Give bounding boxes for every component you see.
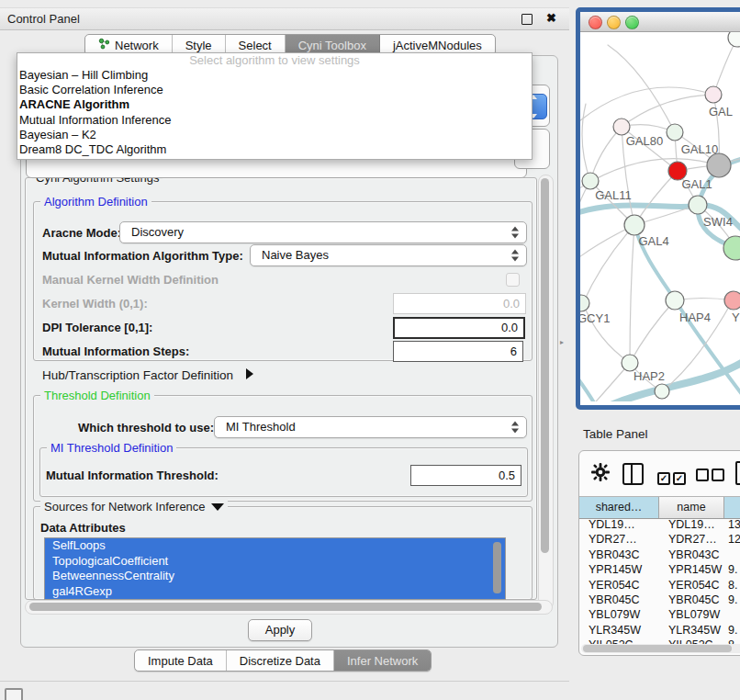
- table-cell: [724, 607, 740, 622]
- chevron-right-icon: [246, 368, 253, 379]
- float-panel-icon[interactable]: [521, 14, 533, 25]
- table-row[interactable]: YDR27…YDR27…12: [579, 532, 740, 547]
- tab-impute-data[interactable]: Impute Data: [135, 650, 227, 671]
- network-node[interactable]: [723, 236, 740, 260]
- scrollbar-thumb[interactable]: [541, 178, 549, 553]
- mi-algorithm-type-select[interactable]: Naive Bayes: [250, 244, 527, 266]
- algorithm-option[interactable]: Basic Correlation Inference: [17, 83, 532, 97]
- splitter-handle[interactable]: ▸: [560, 338, 564, 346]
- tab-label: Style: [185, 39, 212, 52]
- zoom-window-icon[interactable]: [625, 16, 639, 29]
- table-row[interactable]: YPR145WYPR145W9.: [579, 562, 740, 577]
- split-table-icon[interactable]: [622, 463, 644, 485]
- tab-label: Impute Data: [148, 654, 213, 668]
- network-node[interactable]: [624, 215, 645, 235]
- scrollbar-thumb[interactable]: [583, 645, 732, 652]
- collapsed-panel-icon[interactable]: [5, 688, 23, 700]
- table-row[interactable]: YBR045CYBR045C9.: [579, 593, 740, 607]
- list-scrollbar-thumb[interactable]: [493, 542, 501, 593]
- close-icon[interactable]: ✖: [546, 11, 556, 25]
- table-row[interactable]: YLR345WYLR345W9.: [579, 623, 740, 638]
- network-edge: [580, 87, 713, 133]
- aracne-mode-select[interactable]: Discovery: [119, 221, 527, 243]
- table-row[interactable]: YBR043CYBR043C: [579, 548, 740, 562]
- column-header-name[interactable]: name: [659, 497, 724, 518]
- attribute-item[interactable]: SelfLoops: [45, 538, 505, 554]
- table-cell: YBR045C: [579, 593, 659, 607]
- which-threshold-select[interactable]: MI Threshold: [214, 416, 527, 438]
- network-node[interactable]: [724, 291, 740, 310]
- network-node[interactable]: [580, 295, 589, 311]
- network-node[interactable]: [705, 86, 722, 103]
- new-table-icon[interactable]: [735, 461, 740, 485]
- table-cell: YLR345W: [659, 623, 724, 638]
- table-cell: YDR27…: [579, 532, 659, 547]
- hub-definition-toggle[interactable]: Hub/Transcription Factor Definition: [42, 368, 253, 382]
- node-label: GAL: [709, 105, 733, 119]
- select-all-icon[interactable]: ✓✓: [657, 469, 689, 485]
- table-row[interactable]: YDL19…YDL19…13: [579, 517, 740, 532]
- algorithm-option[interactable]: Bayesian – Hill Climbing: [17, 68, 532, 83]
- apply-button[interactable]: Apply: [248, 619, 312, 641]
- tab-label: jActiveMNodules: [393, 39, 482, 52]
- table-horizontal-scrollbar[interactable]: [581, 644, 740, 653]
- algorithm-option[interactable]: Mutual Information Inference: [17, 113, 532, 128]
- mi-threshold-label: Mutual Information Threshold:: [46, 469, 219, 482]
- network-node[interactable]: [667, 124, 683, 141]
- network-canvas[interactable]: GALGAL80GAL10GAL1GAL11SWI4GAL4GCY1HAP4YH…: [580, 32, 740, 405]
- sources-title[interactable]: Sources for Network Inference: [40, 500, 228, 514]
- table-toolbar: ✓✓: [579, 451, 740, 495]
- table-cell: YDL19…: [579, 517, 659, 532]
- minimize-window-icon[interactable]: [607, 16, 621, 29]
- data-attributes-list[interactable]: SelfLoopsTopologicalCoefficientBetweenne…: [44, 537, 506, 600]
- table-cell: YBR045C: [659, 593, 724, 607]
- network-node[interactable]: [689, 196, 707, 214]
- network-node[interactable]: [707, 153, 731, 177]
- tab-label: Network: [115, 39, 159, 52]
- gear-icon[interactable]: [590, 462, 611, 482]
- network-view-window[interactable]: GALGAL80GAL10GAL1GAL11SWI4GAL4GCY1HAP4YH…: [576, 7, 740, 410]
- algorithm-dropdown-placeholder: Select algorithm to view settings: [17, 53, 532, 68]
- dpi-tolerance-field[interactable]: 0.0: [393, 317, 525, 339]
- table-row[interactable]: YIL052CYIL052C8: [579, 638, 740, 644]
- algorithm-option[interactable]: Dream8 DC_TDC Algorithm: [17, 142, 532, 157]
- threshold-definition-title: Threshold Definition: [40, 389, 154, 402]
- stepper-icon: [511, 227, 520, 239]
- table-row[interactable]: YER054CYER054C8.: [579, 578, 740, 593]
- network-node[interactable]: [655, 384, 669, 399]
- table-panel: ✓✓ shared…name YDL19…YDL19…13YDR27…YDR27…: [578, 450, 740, 656]
- attribute-item[interactable]: gal4RGexp: [45, 584, 505, 600]
- deselect-all-icon[interactable]: [696, 469, 727, 485]
- network-node[interactable]: [582, 173, 599, 189]
- network-node[interactable]: [666, 291, 684, 310]
- table-cell: 9.: [724, 593, 740, 607]
- network-edge: [590, 127, 622, 181]
- algorithm-option[interactable]: Bayesian – K2: [17, 128, 532, 142]
- tab-label: Infer Network: [347, 654, 418, 668]
- scrollbar-thumb[interactable]: [29, 603, 542, 611]
- algorithm-option[interactable]: ARACNE Algorithm: [17, 97, 532, 112]
- tab-infer-network[interactable]: Infer Network: [334, 650, 431, 671]
- mi-steps-field[interactable]: 6: [393, 341, 523, 362]
- table-row[interactable]: YBL079WYBL079W: [579, 607, 740, 622]
- table-cell: YDL19…: [659, 517, 724, 532]
- algorithm-definition-title: Algorithm Definition: [40, 195, 151, 209]
- settings-vertical-scrollbar[interactable]: [538, 175, 554, 610]
- network-window-titlebar[interactable]: [580, 12, 740, 32]
- attribute-item[interactable]: TopologicalCoefficient: [45, 554, 505, 570]
- which-threshold-value: MI Threshold: [226, 420, 296, 434]
- control-panel: Control Panel ✖ NetworkStyleSelectCyni T…: [0, 7, 569, 682]
- table-body: YDL19…YDL19…13YDR27…YDR27…12YBR043CYBR04…: [579, 517, 740, 644]
- kernel-width-field[interactable]: 0.0: [393, 293, 526, 314]
- settings-horizontal-scrollbar[interactable]: [25, 600, 553, 615]
- mi-threshold-field[interactable]: 0.5: [410, 465, 521, 486]
- network-node[interactable]: [613, 119, 630, 135]
- network-node[interactable]: [728, 32, 740, 47]
- tab-discretize-data[interactable]: Discretize Data: [227, 650, 334, 671]
- close-window-icon[interactable]: [589, 16, 602, 29]
- table-cell: YER054C: [579, 578, 659, 593]
- column-header-extra[interactable]: [724, 497, 740, 518]
- column-header-shared…[interactable]: shared…: [579, 497, 659, 518]
- attribute-item[interactable]: BetweennessCentrality: [45, 569, 505, 584]
- manual-kernel-width-checkbox[interactable]: [506, 273, 520, 287]
